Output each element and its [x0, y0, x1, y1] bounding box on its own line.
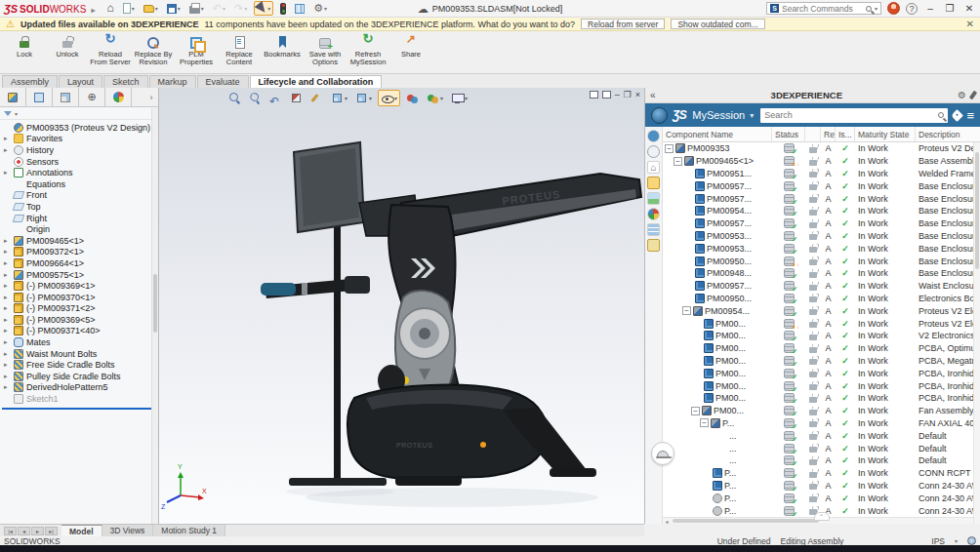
show-outdated-button[interactable]: Show outdated com...: [671, 19, 764, 29]
lock-button[interactable]: Lock: [4, 34, 45, 59]
tree-scrollbar[interactable]: [151, 108, 158, 524]
graphics-viewport[interactable]: ▾▾▾▾▾ – ❐ ×: [159, 88, 644, 524]
command-search[interactable]: S ▾: [766, 2, 881, 15]
realview-button[interactable]: ▾: [425, 91, 445, 105]
collapse-toggle[interactable]: −: [665, 144, 674, 153]
minimize-button[interactable]: –: [923, 3, 937, 14]
expand-arrow-icon[interactable]: ▸: [4, 135, 11, 142]
unlock-button[interactable]: Unlock: [47, 34, 88, 59]
model-canvas[interactable]: PROTEUS PROTEUS: [159, 88, 644, 524]
expand-arrow-icon[interactable]: ▸: [4, 146, 11, 154]
tab-strip-expand-icon[interactable]: ›: [144, 88, 158, 106]
dropdown-caret-icon[interactable]: ▾: [155, 5, 158, 12]
component-row[interactable]: P...A✓In WorkConn 24-30 AWG: [663, 480, 980, 493]
assistant-button[interactable]: [651, 442, 674, 465]
tag-icon[interactable]: [952, 109, 964, 122]
tab-model[interactable]: Model: [61, 525, 102, 536]
component-row[interactable]: ...A✓In WorkDefault: [663, 442, 980, 454]
component-row[interactable]: PM00...A✓In WorkPCBA, Optimus P: [663, 342, 980, 355]
ribbon-tab-layout[interactable]: Layout: [59, 75, 102, 88]
panel-collapse-chip[interactable]: ⌃: [814, 512, 830, 521]
replace-by-revision-button[interactable]: Replace By Revision: [133, 34, 174, 66]
rollback-bar[interactable]: [2, 408, 152, 410]
tree-item[interactable]: ▸(-) PM009371<40>: [0, 326, 158, 337]
dropdown-caret-icon[interactable]: ▾: [244, 5, 247, 12]
expand-arrow-icon[interactable]: ▸: [4, 294, 11, 301]
open-button[interactable]: ▾: [142, 4, 160, 14]
tree-item[interactable]: ▸Free Side Cradle Bolts: [0, 359, 158, 371]
hscroll-thumb[interactable]: [673, 519, 819, 523]
tree-item[interactable]: ▸Waist Mount Bolts: [0, 348, 158, 360]
panel-search-icon[interactable]: [938, 112, 944, 118]
tree-item[interactable]: ▸Pulley Side Cradle Bolts: [0, 371, 158, 382]
col-rev[interactable]: Rev: [821, 127, 836, 141]
home2-icon[interactable]: [647, 161, 660, 174]
tree-item[interactable]: Origin: [0, 223, 158, 235]
ribbon-tab-markup[interactable]: Markup: [149, 75, 196, 88]
tree-item[interactable]: ▸History: [0, 144, 158, 156]
col-is-latest[interactable]: Is...: [836, 127, 855, 141]
undo-button[interactable]: ▾: [211, 1, 227, 16]
doc-cascade-icon[interactable]: [602, 91, 611, 99]
clock-icon[interactable]: [647, 145, 660, 158]
grid-hscrollbar[interactable]: ◂ ⌃ ▸: [663, 517, 980, 524]
tree-root-item[interactable]: PM009353 (Proteus V2 Design) <Full Syste…: [0, 122, 158, 134]
orientation-button[interactable]: ▾: [353, 91, 374, 105]
tree-item[interactable]: ▸PM009465<1>: [0, 235, 158, 247]
expand-arrow-icon[interactable]: ▸: [4, 259, 11, 267]
panel-search[interactable]: [760, 108, 948, 123]
search-icon[interactable]: [866, 6, 872, 12]
col-status[interactable]: Status: [772, 127, 805, 141]
component-row[interactable]: PM00957...A✓In WorkWaist Enclosure, I: [663, 280, 980, 293]
expand-arrow-icon[interactable]: ▸: [4, 383, 11, 391]
share-button[interactable]: Share: [390, 34, 431, 59]
user-avatar[interactable]: [887, 2, 900, 15]
redo-button[interactable]: ▾: [232, 1, 249, 16]
doc-restore-button[interactable]: ❐: [624, 90, 632, 99]
col-description[interactable]: Description: [916, 127, 980, 141]
tree-item[interactable]: ▸(-) PM009370<1>: [0, 292, 158, 303]
dropdown-caret-icon[interactable]: ▾: [345, 95, 347, 101]
component-row[interactable]: PM00953...A✓In WorkBase Enclosure, U: [663, 230, 980, 243]
tree-item[interactable]: Sensors: [0, 156, 158, 168]
appearance-button[interactable]: ▾: [329, 91, 349, 105]
folder2-icon[interactable]: [647, 177, 660, 189]
component-row[interactable]: PM00...A✓In WorkV2 Electronics Bo: [663, 330, 980, 342]
panel-menu-icon[interactable]: ≡: [966, 109, 974, 122]
panel-search-input[interactable]: [764, 110, 935, 120]
col-maturity-state[interactable]: Maturity State: [855, 127, 916, 141]
component-row[interactable]: −P...A✓In WorkFAN AXIAL 40X10: [663, 417, 980, 430]
component-row[interactable]: −PM00954...A✓In WorkProteus V2 Electr: [663, 304, 980, 317]
component-row[interactable]: PM00950...A✓In WorkElectronics Box M: [663, 293, 980, 305]
tab-configurationmanager[interactable]: [53, 88, 79, 106]
first-tab-icon[interactable]: |◂: [4, 527, 17, 535]
tree-item[interactable]: ▸DerivedHolePattern5: [0, 382, 158, 394]
expand-arrow-icon[interactable]: ▸: [4, 237, 11, 245]
annotation-button[interactable]: [308, 91, 325, 105]
logo-expand-arrow-icon[interactable]: ▸: [91, 6, 95, 15]
tab-3d-views[interactable]: 3D Views: [102, 525, 154, 536]
compass-icon[interactable]: [647, 130, 660, 142]
new-button[interactable]: ▾: [121, 2, 137, 15]
tab-dimxpertmanager[interactable]: ⊕: [79, 88, 105, 106]
expand-arrow-icon[interactable]: ▸: [4, 282, 11, 290]
component-row[interactable]: PM00954...A✓In WorkBase Enclosure, F: [663, 205, 980, 217]
dropdown-caret-icon[interactable]: ▾: [440, 95, 443, 101]
col-lock[interactable]: [805, 127, 821, 141]
prev-tab-icon[interactable]: ◂: [18, 527, 30, 535]
search-caret-icon[interactable]: ▾: [875, 5, 878, 12]
col-component-name[interactable]: Component Name: [663, 127, 772, 141]
vscroll-thumb[interactable]: [975, 152, 979, 269]
tree-item[interactable]: ▸Annotations: [0, 167, 158, 178]
dropdown-caret-icon[interactable]: ▾: [132, 5, 135, 12]
component-row[interactable]: PM00...A✓In WorkPCBA, Ironhide: [663, 379, 980, 392]
save-with-options-button[interactable]: Save with Options: [305, 34, 346, 66]
ribbon-tab-sketch[interactable]: Sketch: [103, 75, 148, 88]
traffic-button[interactable]: [278, 2, 288, 16]
ribbon-tab-assembly[interactable]: Assembly: [2, 75, 58, 88]
component-row[interactable]: −PM009353A✓In WorkProteus V2 Desig: [663, 142, 980, 155]
scene-button[interactable]: [404, 91, 421, 105]
component-row[interactable]: PM00...A✓In WorkPCBA, Ironhide: [663, 392, 980, 405]
units-caret-icon[interactable]: ▾: [955, 537, 958, 544]
grid-icon[interactable]: [647, 223, 660, 236]
